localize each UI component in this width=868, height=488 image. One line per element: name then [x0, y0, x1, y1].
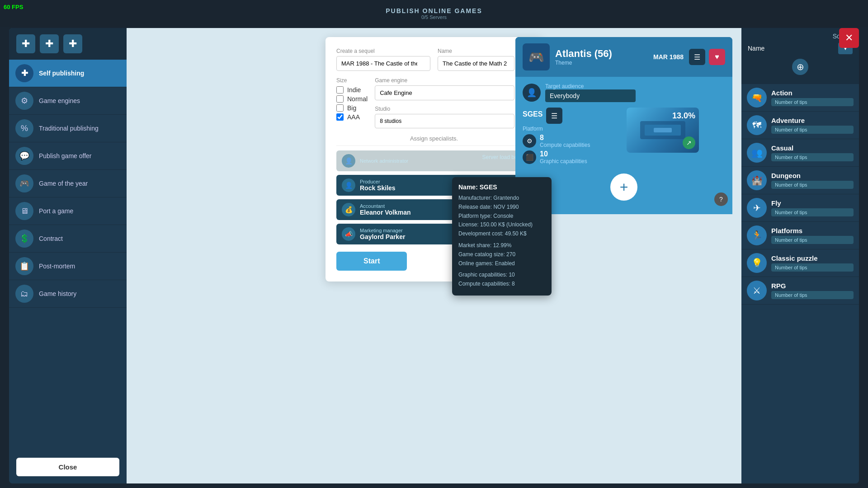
- studio-input[interactable]: [375, 114, 514, 128]
- sidebar-item-game-of-the-year[interactable]: 🎮 Game of the year: [9, 170, 127, 197]
- casual-name: Casual: [771, 144, 854, 152]
- big-label[interactable]: Big: [347, 104, 356, 112]
- category-list: 🔫 Action Number of tips 🗺 Adventure Numb…: [741, 84, 859, 483]
- graphic-stat: ⬛ 10 Graphic capabilities: [523, 150, 621, 164]
- game-list-btn[interactable]: ☰: [689, 49, 705, 65]
- graphic-info: 10 Graphic capabilities: [540, 150, 587, 164]
- tooltip-row-11: Compute capabilities: 8: [458, 280, 545, 288]
- tooltip-row-1: Release date: NOV 1990: [458, 203, 545, 211]
- category-casual[interactable]: 👥 Casual Number of tips: [741, 139, 859, 167]
- classic-puzzle-tips: Number of tips: [771, 263, 854, 272]
- engine-input[interactable]: [375, 85, 514, 100]
- self-publishing-icon: ✚: [15, 64, 33, 82]
- graphic-icon: ⬛: [523, 150, 536, 164]
- adventure-tips: Number of tips: [771, 126, 854, 134]
- casual-icon: 👥: [747, 143, 767, 163]
- platform-left: SGES ☰ Platform ⚙ 8 Compute capabilities: [523, 108, 621, 166]
- publish-game-offer-icon: 💬: [15, 147, 33, 165]
- top-bar-title: PUBLISH ONLINE GAMES: [386, 7, 482, 14]
- normal-label[interactable]: Normal: [347, 95, 368, 103]
- sort-name-text: Name: [748, 45, 835, 52]
- target-audience-select[interactable]: Everybody: [545, 89, 636, 102]
- tooltip-row-4: Development cost: 49.50 K$: [458, 230, 545, 238]
- category-rpg[interactable]: ⚔ RPG Number of tips: [741, 277, 859, 305]
- sidebar-item-game-history[interactable]: 🗂 Game history: [9, 280, 127, 308]
- marketing-icon: 📣: [342, 227, 355, 241]
- sidebar-item-contract[interactable]: 💲 Contract: [9, 225, 127, 253]
- sidebar-item-publish-game-offer[interactable]: 💬 Publish game offer: [9, 142, 127, 170]
- help-button[interactable]: ?: [714, 192, 728, 206]
- categories-panel: Sort by Name ▼ ⊕ 🔫 Action Number of tips…: [741, 28, 859, 483]
- network-info: Network administrator: [360, 158, 478, 164]
- adventure-icon: 🗺: [747, 115, 767, 135]
- close-x-button[interactable]: ✕: [839, 28, 859, 48]
- aaa-label[interactable]: AAA: [347, 113, 360, 121]
- sidebar-top-icons: ✚ ✚ ✚: [9, 28, 127, 60]
- size-section: Size Indie Normal Big A: [336, 77, 368, 122]
- sidebar-item-post-mortem[interactable]: 📋 Post-mortem: [9, 253, 127, 280]
- sidebar-item-traditional-publishing[interactable]: % Traditional publishing: [9, 115, 127, 142]
- platform-menu-btn[interactable]: ☰: [546, 108, 562, 124]
- rpg-icon: ⚔: [747, 281, 767, 300]
- main-dialog: ✚ ✚ ✚ ✚ Self publishing ⚙ Game engines %…: [9, 28, 859, 483]
- name-input[interactable]: [438, 56, 514, 71]
- category-platforms[interactable]: 🏃 Platforms Number of tips: [741, 222, 859, 249]
- engine-studio-group: Game engine ☰ Studio ☰: [375, 77, 532, 129]
- platforms-info: Platforms Number of tips: [771, 227, 854, 244]
- game-date: MAR 1988: [653, 53, 684, 61]
- indie-checkbox[interactable]: [336, 86, 344, 94]
- category-dungeon[interactable]: 🏰 Dungeon Number of tips: [741, 167, 859, 194]
- dungeon-name: Dungeon: [771, 172, 854, 179]
- compute-icon: ⚙: [523, 134, 536, 148]
- sidebar-item-port-a-game[interactable]: 🖥 Port a game: [9, 197, 127, 225]
- network-icon: 👤: [342, 154, 355, 168]
- specialist-network: 👤 Network administrator Server load bonu…: [336, 150, 532, 171]
- size-big-row: Big: [336, 104, 368, 112]
- sidebar-item-label-port-game: Port a game: [39, 207, 73, 215]
- platform-image: 13.0% ↗: [627, 108, 699, 153]
- start-button[interactable]: Start: [336, 252, 407, 271]
- accountant-icon: 💰: [342, 203, 355, 216]
- platform-trend-icon: ↗: [683, 136, 695, 149]
- target-info: Target audience Everybody: [545, 83, 725, 102]
- sidebar-item-self-publishing[interactable]: ✚ Self publishing: [9, 60, 127, 87]
- traditional-publishing-icon: %: [15, 119, 33, 137]
- sequel-label: Create a sequel: [336, 48, 430, 54]
- platform-image-container: 13.0% ↗: [627, 108, 725, 153]
- game-theme-label: Theme: [555, 60, 648, 66]
- category-fly[interactable]: ✈ Fly Number of tips: [741, 194, 859, 222]
- platform-label: Platform: [523, 126, 621, 132]
- sidebar-close-button[interactable]: Close: [16, 458, 119, 476]
- tooltip-row-3: License: 150.00 K$ (Unlocked): [458, 221, 545, 229]
- sequel-select[interactable]: MAR 1988 - The Castle of the Ma: [336, 56, 430, 71]
- add-category-btn[interactable]: ⊕: [792, 59, 808, 75]
- compute-label: Compute capabilities: [540, 142, 590, 148]
- fps-counter: 60 FPS: [4, 4, 23, 10]
- contract-icon: 💲: [15, 230, 33, 248]
- indie-label[interactable]: Indie: [347, 86, 361, 94]
- normal-checkbox[interactable]: [336, 95, 344, 103]
- game-panel-header: 🎮 Atlantis (56) Theme MAR 1988 ☰ ♥: [515, 37, 732, 77]
- producer-icon: 👤: [342, 178, 355, 192]
- game-icon: 🎮: [523, 43, 550, 70]
- category-adventure[interactable]: 🗺 Adventure Number of tips: [741, 112, 859, 139]
- fly-tips: Number of tips: [771, 208, 854, 216]
- sidebar-plus-btn-2[interactable]: ✚: [40, 34, 59, 53]
- add-platform-btn[interactable]: +: [610, 174, 637, 201]
- category-action[interactable]: 🔫 Action Number of tips: [741, 84, 859, 112]
- size-normal-row: Normal: [336, 95, 368, 103]
- category-classic-puzzle[interactable]: 💡 Classic puzzle Number of tips: [741, 249, 859, 277]
- aaa-checkbox[interactable]: [336, 113, 344, 121]
- adventure-info: Adventure Number of tips: [771, 117, 854, 134]
- sidebar-item-game-engines[interactable]: ⚙ Game engines: [9, 87, 127, 115]
- game-heart-btn[interactable]: ♥: [709, 49, 725, 65]
- big-checkbox[interactable]: [336, 104, 344, 112]
- tooltip-row-8: Online games: Enabled: [458, 260, 545, 267]
- classic-puzzle-icon: 💡: [747, 253, 767, 273]
- studio-input-group: ☰: [375, 114, 532, 128]
- sidebar-item-label-game-engines: Game engines: [39, 97, 80, 104]
- sidebar-plus-btn-3[interactable]: ✚: [63, 34, 82, 53]
- port-game-icon: 🖥: [15, 202, 33, 220]
- sidebar-item-label-publish-game-offer: Publish game offer: [39, 152, 91, 160]
- sidebar-plus-btn-1[interactable]: ✚: [16, 34, 35, 53]
